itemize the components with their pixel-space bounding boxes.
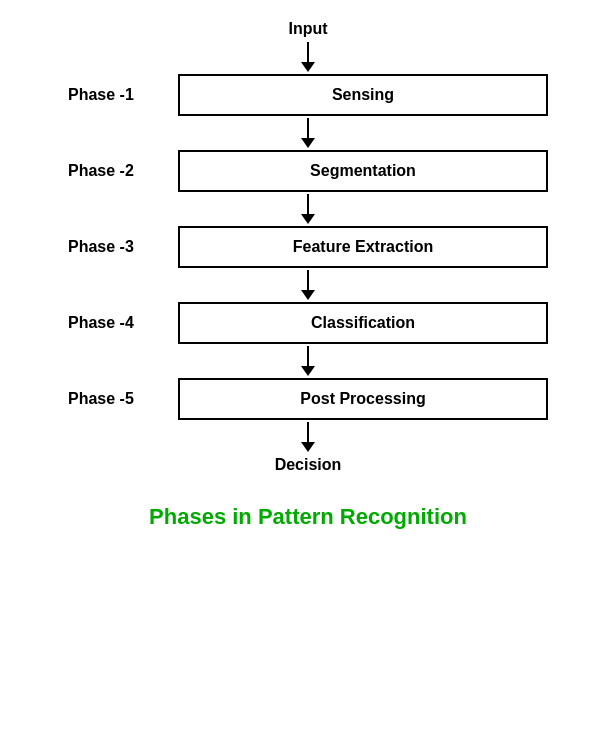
arrow-2	[301, 194, 315, 224]
arrow-line	[307, 422, 309, 442]
arrow-4	[301, 346, 315, 376]
phase-label-4: Phase -4	[68, 314, 178, 332]
phase-box-2: Segmentation	[178, 150, 548, 192]
phase-label-3: Phase -3	[68, 238, 178, 256]
arrow-5	[301, 422, 315, 452]
arrow-head	[301, 366, 315, 376]
phase-row-4: Phase -4 Classification	[68, 302, 548, 344]
arrow-line	[307, 346, 309, 366]
arrow-head	[301, 442, 315, 452]
phase-label-5: Phase -5	[68, 390, 178, 408]
arrow-head	[301, 62, 315, 72]
arrow-line	[307, 270, 309, 290]
phase-row-2: Phase -2 Segmentation	[68, 150, 548, 192]
phase-row-3: Phase -3 Feature Extraction	[68, 226, 548, 268]
arrow-line	[307, 42, 309, 62]
phase-label-2: Phase -2	[68, 162, 178, 180]
diagram-container: Input Phase -1 Sensing Phase -2 Segmenta…	[0, 20, 616, 530]
phase-row-1: Phase -1 Sensing	[68, 74, 548, 116]
arrow-line	[307, 118, 309, 138]
arrow-head	[301, 214, 315, 224]
phase-box-5: Post Processing	[178, 378, 548, 420]
phase-box-3: Feature Extraction	[178, 226, 548, 268]
arrow-head	[301, 290, 315, 300]
phase-box-4: Classification	[178, 302, 548, 344]
input-label: Input	[288, 20, 327, 38]
arrow-3	[301, 270, 315, 300]
arrow-input	[301, 42, 315, 72]
phase-box-1: Sensing	[178, 74, 548, 116]
arrow-line	[307, 194, 309, 214]
arrow-1	[301, 118, 315, 148]
arrow-head	[301, 138, 315, 148]
phase-row-5: Phase -5 Post Processing	[68, 378, 548, 420]
diagram-title: Phases in Pattern Recognition	[149, 504, 467, 530]
decision-label: Decision	[275, 456, 342, 474]
phase-label-1: Phase -1	[68, 86, 178, 104]
